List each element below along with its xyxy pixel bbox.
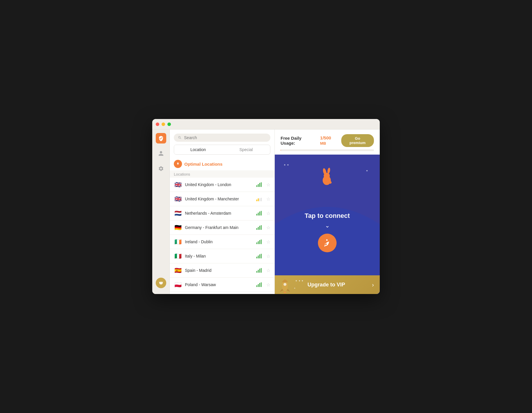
upgrade-vip-bar[interactable]: ✦ ✦ ✦ ✦ Upgrade to VIP › <box>275 275 380 294</box>
rabbit-area <box>318 167 336 189</box>
progress-track <box>281 149 374 151</box>
location-list: 🇬🇧 United Kingdom - London ☆ 🇬🇧 United K… <box>170 178 274 294</box>
favorite-star-icon[interactable]: ☆ <box>266 196 270 202</box>
favorite-star-icon[interactable]: ☆ <box>266 211 270 216</box>
country-flag: 🇵🇱 <box>174 281 182 289</box>
svg-point-6 <box>284 283 286 286</box>
location-name: United Kingdom - Manchester <box>185 197 253 201</box>
signal-bars <box>256 254 262 258</box>
favorite-star-icon[interactable]: ☆ <box>266 268 270 273</box>
rabbit-icon <box>318 167 336 188</box>
favorite-star-icon[interactable]: ☆ <box>266 239 270 245</box>
location-item[interactable]: 🇪🇸 Spain - Madrid ☆ <box>170 263 274 278</box>
location-item[interactable]: 🇬🇧 United Kingdom - Manchester ☆ <box>170 192 274 206</box>
usage-unit: MB <box>320 141 326 146</box>
location-item[interactable]: 🇸🇪 Sweden - Stockholm ☆ <box>170 292 274 294</box>
location-item[interactable]: 🇮🇪 Ireland - Dublin ☆ <box>170 235 274 249</box>
sidebar <box>152 130 170 294</box>
location-item[interactable]: 🇳🇱 Netherlands - Amsterdam ☆ <box>170 206 274 220</box>
main-panel: Free Daily Usage: 1/500 MB Go premium <box>275 130 380 294</box>
settings-icon <box>158 166 164 172</box>
country-flag: 🇳🇱 <box>174 209 182 217</box>
usage-value: 1/500 MB <box>320 135 338 146</box>
app-window: Location Special Optimal Locations Locat… <box>152 119 380 294</box>
svg-point-3 <box>324 173 330 179</box>
location-name: Spain - Madrid <box>185 268 253 273</box>
location-name: Ireland - Dublin <box>185 239 253 244</box>
vip-arrow-icon: › <box>372 281 374 288</box>
crown-button-wrap <box>156 278 166 288</box>
connect-area[interactable]: ✦ ✦ ✦ Tap to con <box>275 155 380 294</box>
signal-bars <box>256 282 262 287</box>
location-name: Netherlands - Amsterdam <box>185 211 253 216</box>
user-icon-button[interactable] <box>156 148 166 159</box>
optimal-locations-row[interactable]: Optimal Locations <box>170 158 274 170</box>
progress-fill <box>281 149 281 151</box>
locations-header: Locations <box>170 170 274 178</box>
signal-bars <box>256 211 262 216</box>
signal-bars <box>256 197 262 201</box>
country-flag: 🇩🇪 <box>174 223 182 232</box>
favorite-star-icon[interactable]: ☆ <box>266 225 270 230</box>
rocket-stars: ✦ ✦ ✦ <box>295 279 304 282</box>
tab-row: Location Special <box>174 145 270 155</box>
country-flag: 🇮🇹 <box>174 252 182 260</box>
location-name: Germany - Frankfurt am Main <box>185 225 253 230</box>
location-name: United Kingdom - London <box>185 182 253 187</box>
usage-current: 1/500 <box>320 135 331 140</box>
location-item[interactable]: 🇬🇧 United Kingdom - London ☆ <box>170 178 274 192</box>
country-flag: 🇮🇪 <box>174 238 182 246</box>
optimal-label: Optimal Locations <box>184 162 223 167</box>
maximize-button[interactable] <box>167 123 171 126</box>
country-flag: 🇬🇧 <box>174 195 182 203</box>
user-icon <box>158 150 164 156</box>
country-flag: 🇬🇧 <box>174 181 182 189</box>
go-premium-button[interactable]: Go premium <box>341 134 374 147</box>
tab-special[interactable]: Special <box>222 145 270 154</box>
usage-label: Free Daily Usage: <box>281 136 317 146</box>
location-name: Poland - Warsaw <box>185 282 253 287</box>
tap-connect-label: Tap to connect <box>305 212 350 220</box>
favorite-star-icon[interactable]: ☆ <box>266 253 270 259</box>
app-body: Location Special Optimal Locations Locat… <box>152 130 380 294</box>
favorite-star-icon[interactable]: ☆ <box>266 282 270 288</box>
country-flag: 🇪🇸 <box>174 266 182 274</box>
location-item[interactable]: 🇵🇱 Poland - Warsaw ☆ <box>170 278 274 292</box>
vip-crown-button[interactable] <box>156 278 166 288</box>
svg-point-4 <box>329 181 332 184</box>
signal-bars <box>256 268 262 273</box>
search-bar <box>170 130 274 145</box>
carrot-icon <box>323 239 332 247</box>
settings-icon-button[interactable] <box>156 163 166 174</box>
stars-decoration-2: ✦ <box>366 169 368 172</box>
close-button[interactable] <box>156 123 159 126</box>
location-name: Italy - Milan <box>185 254 253 258</box>
search-icon <box>178 136 182 140</box>
rocket-small-icon <box>176 162 180 166</box>
optimal-icon <box>174 160 182 168</box>
search-input[interactable] <box>184 135 266 140</box>
location-panel: Location Special Optimal Locations Locat… <box>170 130 275 294</box>
search-input-wrap[interactable] <box>174 134 270 142</box>
rocket-icon <box>278 274 292 294</box>
chevron-down-icon: ⌄ <box>325 222 330 229</box>
signal-bars <box>256 225 262 230</box>
titlebar <box>152 119 380 130</box>
signal-bars <box>256 239 262 244</box>
signal-bars <box>256 182 262 187</box>
connect-button[interactable] <box>318 234 337 252</box>
crown-icon <box>158 280 164 286</box>
usage-row: Free Daily Usage: 1/500 MB Go premium <box>281 134 374 147</box>
location-item[interactable]: 🇩🇪 Germany - Frankfurt am Main ☆ <box>170 220 274 235</box>
usage-section: Free Daily Usage: 1/500 MB Go premium <box>275 130 380 155</box>
rocket-stars-2: ✦ <box>294 287 296 290</box>
favorite-star-icon[interactable]: ☆ <box>266 182 270 188</box>
minimize-button[interactable] <box>162 123 165 126</box>
shield-icon <box>158 135 164 141</box>
stars-decoration: ✦ ✦ <box>284 163 289 167</box>
tab-location[interactable]: Location <box>174 145 222 154</box>
location-item[interactable]: 🇮🇹 Italy - Milan ☆ <box>170 249 274 263</box>
shield-icon-button[interactable] <box>156 133 166 144</box>
